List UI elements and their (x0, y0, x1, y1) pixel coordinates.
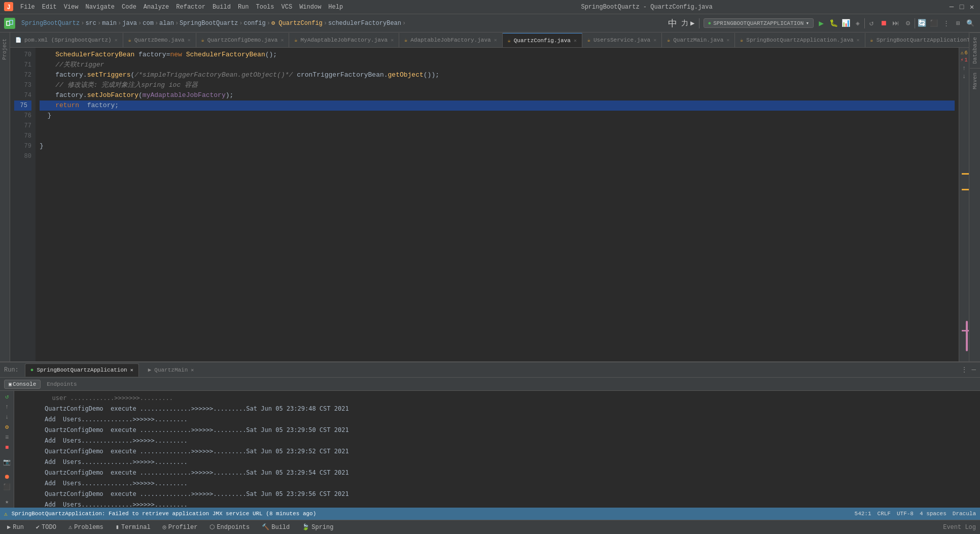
tab-myadaptablejobfactory[interactable]: ☕ MyAdaptableJobFactory.java ✕ (289, 33, 399, 47)
menu-tools[interactable]: Tools (253, 3, 277, 12)
event-log-button[interactable]: Event Log (943, 523, 976, 531)
problems-tool-button[interactable]: ⚠ Problems (65, 522, 107, 532)
top-toolbar: SpringBootQuartz › src › main › java › c… (0, 14, 980, 32)
tab-pom[interactable]: 📄 pom.xml (SpringbootQuartz) ✕ (10, 33, 123, 47)
tab-adaptablejobfactory[interactable]: ☕ AdaptableJobFactory.java ✕ (399, 33, 503, 47)
settings-run-icon[interactable]: ⚙ (2, 423, 12, 431)
run-button[interactable]: ▶ (816, 18, 827, 29)
profile-button[interactable]: 📊 (840, 18, 851, 29)
tab-usersservice[interactable]: ☕ UsersService.java ✕ (582, 33, 662, 47)
tab-quartzconfigdemo[interactable]: ☕ QuartzConfigDemo.java ✕ (196, 33, 290, 47)
menu-help[interactable]: Help (325, 3, 346, 12)
run-more-button[interactable]: ⋮ (961, 365, 968, 374)
go-up-button[interactable]: ↑ (962, 65, 966, 72)
grid-button[interactable]: ⊞ (953, 18, 964, 29)
run-tool-icon: ▶ (7, 523, 11, 531)
maven-tab[interactable]: Maven (970, 68, 980, 93)
more-button[interactable]: ⋮ (940, 18, 952, 29)
tab-quartzmain[interactable]: ☕ QuartzMain.java ✕ (662, 33, 735, 47)
menu-analyze[interactable]: Analyze (141, 3, 172, 12)
scroll-up-icon[interactable]: ↑ (2, 403, 12, 411)
step-button[interactable]: ⏭ (890, 18, 901, 29)
endpoints-tab[interactable]: Endpoints (43, 380, 81, 388)
code-line-79: } (40, 141, 955, 151)
tab-springbootapp[interactable]: ☕ SpringBootQuartzApplication.java ✕ (735, 33, 865, 47)
console-tab[interactable]: ▣Console (4, 380, 41, 389)
menu-navigate[interactable]: Navigate (82, 3, 118, 12)
project-icon[interactable] (4, 18, 15, 29)
terminal-tool-button[interactable]: ▮ Terminal (113, 522, 154, 532)
bottom-toolbar: ▶ Run ✔ TODO ⚠ Problems ▮ Terminal ◎ Pro… (0, 520, 980, 534)
menu-edit[interactable]: Edit (39, 3, 60, 12)
encoding[interactable]: UTF-8 (897, 511, 914, 517)
code-line-74: factory.setJobFactory(myAdaptableJobFact… (40, 90, 955, 101)
run-config-button[interactable]: ● SPRINGBOOTQUARTZAPPLICATION ▾ (704, 18, 814, 28)
tab-springboottest[interactable]: ☕ SpringBootQuartzApplicationTests.java … (865, 33, 969, 47)
wrap-icon[interactable]: ≡ (2, 433, 12, 442)
project-tab[interactable]: Project (1, 37, 9, 62)
cursor-position[interactable]: 542:1 (855, 511, 871, 517)
reload-button[interactable]: ↺ (866, 18, 877, 29)
go-down-button[interactable]: ↓ (962, 73, 966, 80)
menu-window[interactable]: Window (296, 3, 324, 12)
status-bar: ⚠ SpringBootQuartzApplication: Failed to… (0, 508, 980, 520)
console-line-1: QuartzConfigDemo execute ..............>… (14, 404, 980, 414)
scroll-down-icon[interactable]: ↓ (2, 413, 12, 421)
code-line-71: //关联trigger (40, 60, 955, 70)
sep3 (915, 18, 915, 28)
debug-console-icon[interactable]: ⬛ (2, 483, 12, 491)
build-tool-button[interactable]: 🔨 Build (259, 522, 293, 532)
line-ending[interactable]: CRLF (878, 511, 891, 517)
run-tool-button[interactable]: ▶ Run (4, 522, 27, 532)
bottom-panel: Run: ● SpringBootQuartzApplication ✕ ▶ Q… (0, 361, 980, 534)
menu-build[interactable]: Build (209, 3, 234, 12)
database-tab[interactable]: Database (970, 32, 980, 68)
coverage-button[interactable]: ◈ (852, 18, 863, 29)
close-button[interactable]: ✕ (968, 3, 976, 11)
profiler-tool-button[interactable]: ◎ Profiler (160, 522, 201, 532)
menu-run[interactable]: Run (235, 3, 252, 12)
menu-vcs[interactable]: VCS (278, 3, 296, 12)
error-marker: ⚡ 1 (960, 57, 967, 63)
endpoints-tool-button[interactable]: ⬡ Endpoints (206, 522, 253, 532)
run-tab-close[interactable]: ✕ (130, 367, 133, 373)
code-line-76: } (40, 111, 955, 121)
debug-button[interactable]: 🐛 (828, 18, 839, 29)
stop-button[interactable]: ⏹ (878, 18, 889, 29)
todo-tool-button[interactable]: ✔ TODO (33, 522, 59, 532)
tab-quartzdemo[interactable]: ☕ QuartzDemo.java ✕ (123, 33, 196, 47)
search-toolbar-button[interactable]: 🔍 (965, 18, 976, 29)
run-tab2-close[interactable]: ✕ (191, 367, 194, 373)
run-tab2-icon: ▶ (148, 366, 152, 373)
run-panel-right: ⋮ ─ (961, 365, 976, 374)
run-minimize-button[interactable]: ─ (972, 366, 976, 374)
run-tabs-bar: Run: ● SpringBootQuartzApplication ✕ ▶ Q… (0, 362, 980, 378)
clear-icon[interactable]: ■ (2, 444, 12, 452)
maximize-button[interactable]: □ (958, 3, 966, 11)
code-content[interactable]: SchedulerFactoryBean factory=new Schedul… (36, 48, 959, 361)
settings-button[interactable]: ⚙ (902, 18, 914, 29)
status-message: SpringBootQuartzApplication: Failed to r… (12, 511, 317, 517)
terminal-icon: ▮ (116, 523, 119, 531)
record-icon[interactable]: ⏺ (2, 473, 12, 481)
indent[interactable]: 4 spaces (920, 511, 947, 517)
restart-icon[interactable]: ↺ (2, 393, 12, 401)
menu-file[interactable]: File (17, 3, 38, 12)
menu-refactor[interactable]: Refactor (173, 3, 208, 12)
status-right: 542:1 CRLF UTF-8 4 spaces Dracula (855, 511, 976, 517)
theme[interactable]: Dracula (953, 511, 976, 517)
run-tab-springboot[interactable]: ● SpringBootQuartzApplication ✕ (25, 363, 139, 377)
bookmark-icon[interactable]: ★ (2, 497, 12, 506)
tab-quartzconfig[interactable]: ☕ QuartzConfig.java ✕ (503, 33, 582, 47)
run-tab-quartzmain[interactable]: ▶ QuartzMain ✕ (143, 363, 199, 377)
camera-icon[interactable]: 📷 (2, 458, 12, 466)
spring-tool-button[interactable]: 🍃 Spring (299, 522, 336, 532)
console-line-6: Add Users..............>>>>>>......... (14, 457, 980, 468)
console-subtabs: ▣Console Endpoints (0, 378, 980, 391)
warning-line-marker2 (962, 189, 969, 190)
menu-view[interactable]: View (61, 3, 82, 12)
menu-code[interactable]: Code (119, 3, 139, 12)
refresh-button[interactable]: 🔄 (916, 18, 927, 29)
minimize-button[interactable]: ─ (948, 3, 956, 11)
stop2-button[interactable]: ⬛ (928, 18, 939, 29)
